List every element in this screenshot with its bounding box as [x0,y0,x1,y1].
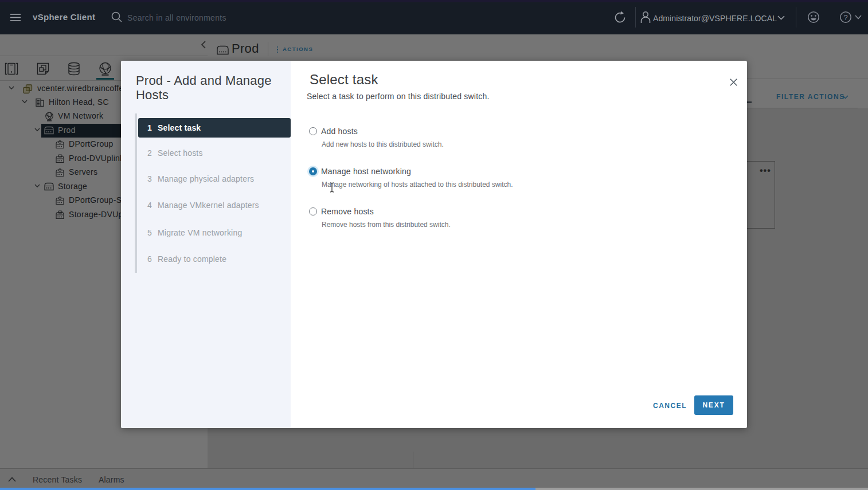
svg-text:?: ? [843,13,847,22]
